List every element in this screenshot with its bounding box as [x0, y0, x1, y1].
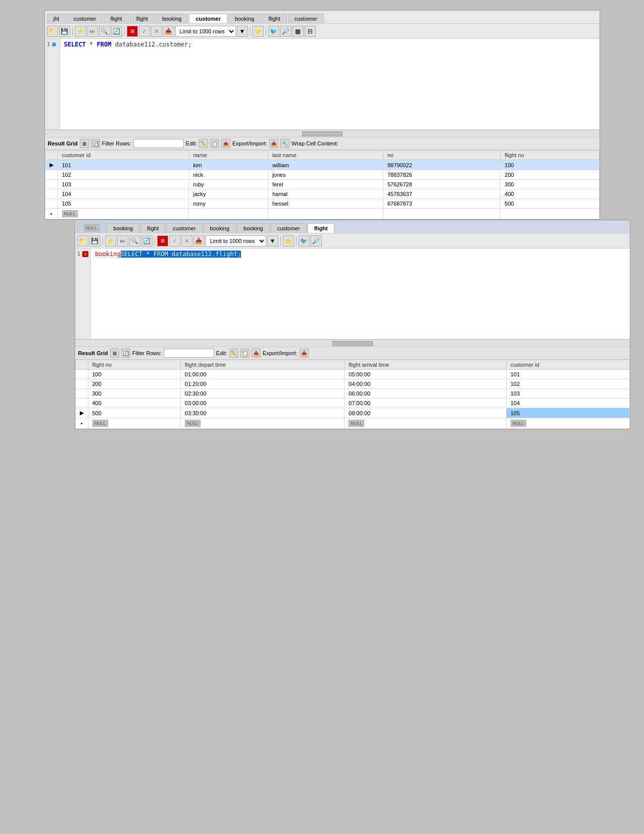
edit-table-icon-2[interactable]: 📋 — [240, 349, 250, 358]
cell-last-name: hessel — [268, 199, 383, 209]
magnify-btn[interactable]: 🔎 — [280, 26, 291, 37]
export-icon[interactable]: 📥 — [269, 139, 278, 148]
execute-btn-2[interactable]: ⚡ — [105, 235, 116, 247]
col2-depart-time: flight depart time — [180, 360, 344, 370]
table-row[interactable]: ▶ 500 03:30:00 08:00:00 105 — [75, 408, 629, 418]
execute2-btn-2[interactable]: ⏭ — [117, 235, 128, 247]
cell2-flight-no: 200 — [88, 379, 180, 389]
sql-keyword-from: FROM — [97, 41, 112, 48]
tab-flight-3[interactable]: flight — [262, 14, 287, 23]
bird-btn[interactable]: 🐦 — [268, 26, 279, 37]
star-btn[interactable]: ⭐ — [253, 26, 264, 37]
null2-cell-2: NULL — [180, 418, 344, 429]
result-refresh-icon-2[interactable]: 🔄 — [121, 349, 130, 358]
edit-pencil-icon[interactable]: ✏️ — [199, 139, 208, 148]
cell2-depart: 01:20:00 — [180, 379, 344, 389]
tab2-null[interactable]: NULL — [77, 222, 106, 233]
stop-btn-2[interactable]: ✕ — [181, 235, 192, 247]
result-grid-icon-2[interactable]: ⊞ — [110, 349, 119, 358]
query-text-2[interactable]: bookingSELECT * FROM database112.flight; — [91, 249, 629, 339]
refresh-btn[interactable]: 🔄 — [111, 26, 122, 37]
table-row[interactable]: 102 nick jones 78837826 200 — [45, 170, 599, 180]
table-row[interactable]: 105 romy hessel 67687873 500 — [45, 199, 599, 209]
sql-star: * — [89, 41, 96, 48]
tab-jht[interactable]: jht — [47, 14, 66, 23]
folder-btn-2[interactable]: 📁 — [77, 235, 88, 247]
tab2-booking-3[interactable]: booking — [237, 223, 270, 233]
null-row: • NULL — [45, 209, 599, 219]
h-scrollbar-thumb-1[interactable] — [302, 131, 342, 136]
tab2-customer-1[interactable]: customer — [166, 223, 202, 233]
filter-input-1[interactable] — [133, 139, 184, 148]
limit-select-2[interactable]: Limit to 1000 rows — [206, 235, 266, 247]
null-cell-3 — [268, 209, 383, 219]
limit-select[interactable]: Limit to 1000 rows — [175, 26, 236, 37]
table-row[interactable]: 100 01:00:00 05:00:00 101 — [75, 370, 629, 379]
execute-btn[interactable]: ⚡ — [75, 26, 86, 37]
save-btn-2[interactable]: 💾 — [89, 235, 101, 247]
null-cell-2 — [189, 209, 268, 219]
edit-export-icon-2[interactable]: 📤 — [252, 349, 261, 358]
import-btn-2[interactable]: 📥 — [193, 235, 205, 247]
tab-customer-1[interactable]: customer — [67, 14, 103, 23]
edit-table-icon[interactable]: 📋 — [210, 139, 219, 148]
tab2-booking-1[interactable]: booking — [107, 223, 140, 233]
line-close-icon[interactable]: ✕ — [82, 251, 88, 257]
table-row[interactable]: 103 ruby ferel 57626728 300 — [45, 180, 599, 189]
dropdown-arrow[interactable]: ▼ — [237, 26, 248, 37]
star-btn-2[interactable]: ⭐ — [283, 235, 294, 247]
h-scrollbar-thumb-2[interactable] — [332, 341, 373, 346]
table-btn[interactable]: ⊞ — [127, 26, 138, 37]
export-icon-2[interactable]: 📥 — [300, 349, 309, 358]
result-table-1: customer id name last name no flight no … — [45, 150, 600, 219]
sep-1 — [72, 27, 73, 36]
tab-customer-3[interactable]: customer — [288, 14, 324, 23]
edit-pencil-icon-2[interactable]: ✏️ — [229, 349, 238, 358]
tab-flight-2[interactable]: flight — [130, 14, 155, 23]
check-btn-2[interactable]: ✓ — [169, 235, 180, 247]
search-btn-2[interactable]: 🔍 — [129, 235, 140, 247]
sep2-3 — [280, 236, 281, 246]
cell2-customer-id: 103 — [506, 389, 629, 399]
tab-customer-2[interactable]: customer — [189, 14, 227, 23]
table-row[interactable]: ▶ 101 kim william 98790022 100 — [45, 160, 599, 170]
tab2-booking-2[interactable]: booking — [204, 223, 236, 233]
refresh-btn-2[interactable]: 🔄 — [141, 235, 153, 247]
edit-export-icon[interactable]: 📤 — [221, 139, 230, 148]
bird-btn-2[interactable]: 🐦 — [299, 235, 310, 247]
query-text-1[interactable]: SELECT * FROM database112.customer; — [60, 39, 600, 129]
check-btn[interactable]: ✓ — [139, 26, 150, 37]
second-panel-wrapper: NULL booking flight customer booking boo… — [71, 220, 634, 429]
dropdown-arrow-2[interactable]: ▼ — [267, 235, 278, 247]
import-icon[interactable]: 🔧 — [280, 139, 289, 148]
search-btn[interactable]: 🔍 — [99, 26, 110, 37]
export-btn[interactable]: ⊟ — [305, 26, 316, 37]
table-row[interactable]: 104 jacky hamal 45783637 400 — [45, 189, 599, 199]
execute2-btn[interactable]: ⏭ — [87, 26, 98, 37]
import-btn[interactable]: 📥 — [163, 26, 174, 37]
table-row[interactable]: 400 03:00:00 07:00:00 104 — [75, 399, 629, 408]
tab-flight-1[interactable]: flight — [104, 14, 128, 23]
tab2-flight-1[interactable]: flight — [140, 223, 165, 233]
tab2-flight-2[interactable]: flight — [308, 223, 334, 233]
result-grid-icon[interactable]: ⊞ — [80, 139, 89, 148]
sep-3 — [250, 27, 251, 36]
h-scrollbar-2[interactable] — [75, 339, 630, 347]
save-btn[interactable]: 💾 — [59, 26, 70, 37]
tab2-customer-2[interactable]: customer — [271, 223, 307, 233]
table-row[interactable]: 200 01:20:00 04:00:00 102 — [75, 379, 629, 389]
magnify-btn-2[interactable]: 🔎 — [311, 235, 322, 247]
filter-input-2[interactable] — [164, 349, 214, 358]
table-row[interactable]: 300 02:30:00 06:00:00 103 — [75, 389, 629, 399]
result-section-1: Result Grid ⊞ 🔄 Filter Rows: Edit: ✏️ 📋 … — [45, 137, 600, 219]
col-last-name: last name — [268, 151, 383, 160]
grid-btn[interactable]: ▦ — [292, 26, 304, 37]
tab-booking-2[interactable]: booking — [228, 14, 261, 23]
main-panel: jht customer flight flight booking custo… — [44, 10, 600, 220]
table-btn-2[interactable]: ⊞ — [157, 235, 168, 247]
h-scrollbar-1[interactable] — [45, 130, 600, 137]
tab-booking-1[interactable]: booking — [156, 14, 188, 23]
folder-btn[interactable]: 📁 — [47, 26, 58, 37]
result-refresh-icon[interactable]: 🔄 — [91, 139, 100, 148]
stop-btn[interactable]: ✕ — [151, 26, 162, 37]
